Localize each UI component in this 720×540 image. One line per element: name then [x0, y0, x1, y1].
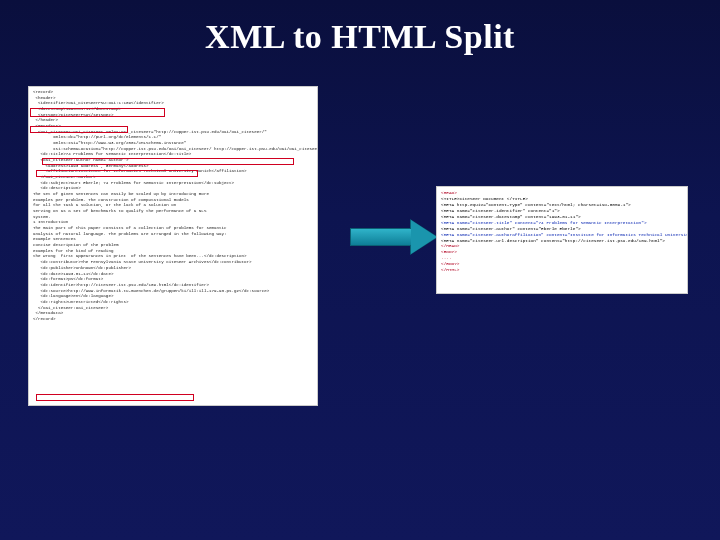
- html-output-line: <META name="citeseer.title" content="74 …: [441, 220, 683, 226]
- slide-title: XML to HTML Split: [0, 0, 720, 56]
- transform-arrow: [350, 220, 440, 254]
- xml-source-panel: <record> <header> <identifier>oai_CiteSe…: [28, 86, 318, 406]
- html-output-line: <META name="citeseer.url.description" co…: [441, 238, 683, 244]
- html-output-line: </HTML>: [441, 267, 683, 273]
- html-output-line: <META name="citeseer.authoraffiliation" …: [441, 232, 683, 238]
- html-output-panel: <HEAD><TITLE>CiteSeer Document </TITLE><…: [436, 186, 688, 294]
